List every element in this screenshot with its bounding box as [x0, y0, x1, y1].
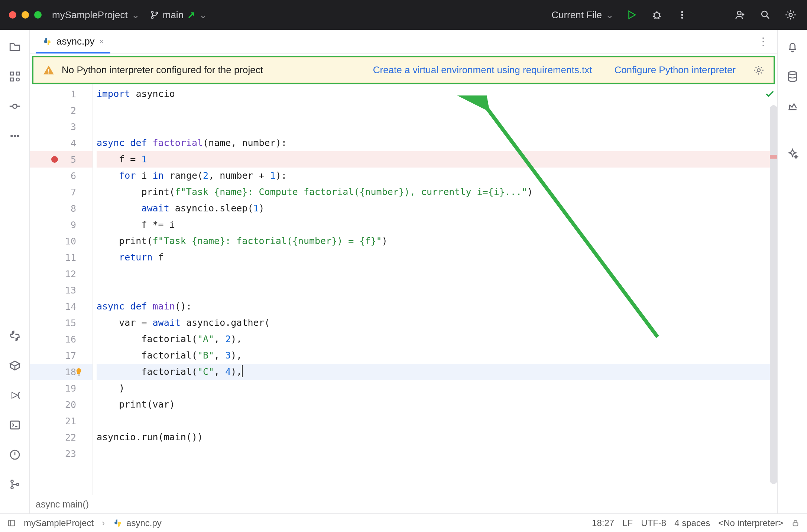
gutter-line[interactable]: 15 [30, 315, 93, 331]
gutter-line[interactable]: 22 [30, 429, 93, 445]
gutter-line[interactable]: 13 [30, 282, 93, 298]
gutter-line[interactable]: 16 [30, 331, 93, 347]
run-button[interactable] [624, 7, 639, 22]
tab-async-py[interactable]: async.py × [36, 30, 110, 53]
minimize-window-button[interactable] [22, 11, 29, 19]
svg-point-16 [14, 135, 16, 137]
close-tab-button[interactable]: × [99, 37, 104, 46]
gutter-line[interactable]: 17 [30, 347, 93, 364]
file-encoding[interactable]: UTF-8 [641, 518, 666, 528]
code-line[interactable]: async def main(): [97, 298, 777, 315]
gutter-line[interactable]: 19 [30, 380, 93, 396]
banner-link-create-venv[interactable]: Create a virtual environment using requi… [373, 64, 592, 76]
python-console-button[interactable] [7, 328, 23, 344]
code-line[interactable]: for i in range(2, number + 1): [97, 168, 777, 184]
python-packages-button[interactable] [7, 357, 23, 374]
problems-tool-button[interactable] [7, 447, 23, 463]
code-line[interactable] [97, 102, 777, 119]
settings-button[interactable] [783, 7, 798, 22]
search-everywhere-button[interactable] [758, 7, 773, 22]
gutter-line[interactable]: 10 [30, 233, 93, 249]
interpreter-status[interactable]: <No interpreter> [718, 518, 783, 528]
notifications-button[interactable] [784, 39, 801, 55]
project-selector[interactable]: mySampleProject ⌄ [52, 9, 140, 21]
sciview-tool-button[interactable] [784, 98, 801, 114]
gutter-line[interactable]: 3 [30, 119, 93, 135]
code-line[interactable]: var = await asyncio.gather( [97, 315, 777, 331]
svg-point-30 [788, 72, 796, 75]
more-actions-button[interactable] [675, 7, 690, 22]
editor-breadcrumb[interactable]: async main() [30, 495, 777, 513]
code-line[interactable]: import asyncio [97, 86, 777, 102]
code-line[interactable]: factorial("C", 4), [97, 364, 777, 380]
nav-bar-toggle[interactable] [7, 519, 16, 527]
readonly-toggle[interactable] [791, 519, 800, 527]
nav-file[interactable]: async.py [113, 518, 162, 528]
zoom-window-button[interactable] [34, 11, 42, 19]
svg-point-23 [11, 487, 13, 489]
gutter-line[interactable]: 6 [30, 168, 93, 184]
terminal-tool-button[interactable] [7, 417, 23, 433]
vcs-branch-selector[interactable]: main ↗ ⌄ [150, 9, 207, 21]
nav-project[interactable]: mySampleProject [24, 518, 94, 528]
gutter-line[interactable]: 9 [30, 217, 93, 233]
intention-bulb-icon[interactable] [74, 367, 83, 376]
code-line[interactable] [97, 445, 777, 462]
code-line[interactable]: asyncio.run(main()) [97, 429, 777, 445]
structure-tool-button[interactable] [7, 68, 23, 85]
code-line[interactable] [97, 282, 777, 298]
services-tool-button[interactable] [7, 387, 23, 403]
inspection-ok-icon[interactable] [765, 89, 775, 99]
database-tool-button[interactable] [784, 68, 801, 85]
commit-tool-button[interactable] [7, 98, 23, 114]
more-tool-button[interactable] [7, 128, 23, 144]
gutter-line[interactable]: 7 [30, 184, 93, 200]
close-window-button[interactable] [9, 11, 16, 19]
code-line[interactable]: await asyncio.sleep(1) [97, 200, 777, 217]
code-line[interactable]: ) [97, 380, 777, 396]
code-line[interactable]: f = 1 [97, 151, 777, 168]
code-editor[interactable]: 1234567891011121314151617181920212223 im… [30, 84, 777, 495]
indent-setting[interactable]: 4 spaces [674, 518, 710, 528]
breakpoint-icon[interactable] [51, 156, 58, 163]
code-line[interactable]: return f [97, 249, 777, 266]
gutter-line[interactable]: 20 [30, 396, 93, 413]
gutter-line[interactable]: 8 [30, 200, 93, 217]
version-control-tool-button[interactable] [7, 476, 23, 493]
error-stripe-breakpoint[interactable] [770, 155, 777, 159]
code-line[interactable] [97, 413, 777, 429]
gutter-line[interactable]: 1 [30, 86, 93, 102]
code-line[interactable]: f *= i [97, 217, 777, 233]
code-with-me-button[interactable] [733, 7, 748, 22]
gutter-line[interactable]: 11 [30, 249, 93, 266]
code-line[interactable]: factorial("B", 3), [97, 347, 777, 364]
gutter-line[interactable]: 12 [30, 266, 93, 282]
svg-point-14 [13, 104, 17, 108]
gutter-line[interactable]: 21 [30, 413, 93, 429]
banner-settings-button[interactable] [753, 65, 764, 75]
ai-assistant-button[interactable] [784, 146, 801, 162]
gutter-line[interactable]: 4 [30, 135, 93, 151]
code-line[interactable] [97, 266, 777, 282]
code-line[interactable]: async def factorial(name, number): [97, 135, 777, 151]
code-line[interactable] [97, 119, 777, 135]
gutter[interactable]: 1234567891011121314151617181920212223 [30, 84, 93, 495]
gutter-line[interactable]: 2 [30, 102, 93, 119]
gutter-line[interactable]: 14 [30, 298, 93, 315]
banner-link-configure-interpreter[interactable]: Configure Python interpreter [614, 64, 736, 76]
code-line[interactable]: factorial("A", 2), [97, 331, 777, 347]
caret-position[interactable]: 18:27 [592, 518, 614, 528]
debug-button[interactable] [649, 7, 664, 22]
python-file-icon [113, 518, 123, 528]
code-line[interactable]: print(f"Task {name}: factorial({number})… [97, 233, 777, 249]
gutter-line[interactable]: 23 [30, 445, 93, 462]
gutter-line[interactable]: 5 [30, 151, 93, 168]
editor-tabs-menu[interactable]: ⋮ [758, 35, 771, 48]
code-line[interactable]: print(f"Task {name}: Compute factorial({… [97, 184, 777, 200]
line-separator[interactable]: LF [622, 518, 633, 528]
project-tool-button[interactable] [7, 39, 23, 55]
run-config-selector[interactable]: Current File ⌄ [551, 9, 614, 21]
gutter-line[interactable]: 18 [30, 364, 93, 380]
editor-scrollbar[interactable] [770, 105, 777, 484]
code-line[interactable]: print(var) [97, 396, 777, 413]
